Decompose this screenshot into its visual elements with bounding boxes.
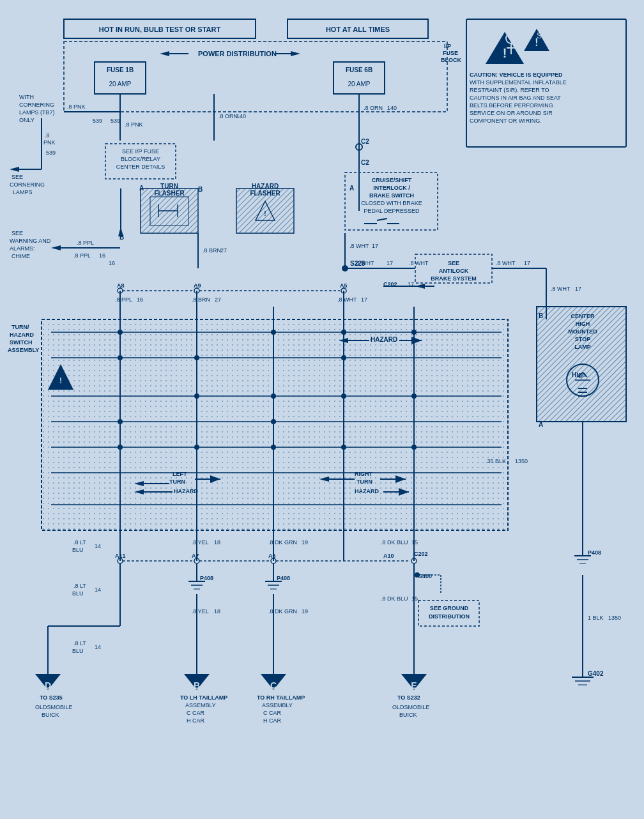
fuse-1b-amp: 20 AMP bbox=[109, 80, 131, 88]
svg-text:BLU: BLU bbox=[72, 547, 84, 553]
svg-text:539: 539 bbox=[93, 118, 102, 124]
svg-text:SIR: SIR bbox=[537, 31, 549, 40]
see-cornering: SEE bbox=[12, 174, 23, 180]
svg-text:.8 BRN: .8 BRN bbox=[203, 247, 221, 254]
svg-text:BRAKE SWITCH: BRAKE SWITCH bbox=[369, 192, 414, 199]
to-s232: TO S232 bbox=[397, 694, 420, 701]
cornering-note: WITH bbox=[19, 94, 34, 100]
svg-text:OLDSMOBILE: OLDSMOBILE bbox=[392, 704, 430, 710]
svg-text:27: 27 bbox=[215, 296, 221, 303]
s400-label: S400 bbox=[418, 573, 432, 579]
p408-b-label: P408 bbox=[277, 575, 290, 581]
svg-text:17: 17 bbox=[372, 243, 378, 249]
svg-text:.8: .8 bbox=[45, 132, 50, 139]
svg-text:.8 LT: .8 LT bbox=[73, 583, 86, 589]
svg-text:ANTILOCK: ANTILOCK bbox=[439, 268, 469, 274]
right-turn-label: RIGHT bbox=[355, 471, 373, 477]
svg-text:BLU: BLU bbox=[72, 648, 84, 654]
svg-text:INTERLOCK /: INTERLOCK / bbox=[373, 185, 410, 191]
svg-text:14: 14 bbox=[95, 644, 101, 650]
svg-text:LAMPS: LAMPS bbox=[13, 189, 33, 195]
svg-text:C CAR: C CAR bbox=[187, 710, 205, 716]
svg-text:C2: C2 bbox=[361, 159, 369, 166]
svg-text:1350: 1350 bbox=[608, 615, 621, 621]
svg-text:.8 WHT: .8 WHT bbox=[409, 260, 429, 266]
svg-text:BUICK: BUICK bbox=[399, 712, 417, 718]
svg-text:.8 ORN: .8 ORN bbox=[218, 113, 238, 119]
caution-line4: CAUTIONS IN AIR BAG AND SEAT bbox=[470, 95, 561, 101]
svg-text:A: A bbox=[139, 185, 144, 192]
a6-label: A6 bbox=[268, 553, 276, 559]
header-left: HOT IN RUN, BULB TEST OR START bbox=[99, 26, 221, 33]
caution-title: CAUTION: VEHICLE IS EQUIPPED bbox=[470, 72, 563, 78]
svg-text:ASSEMBLY: ASSEMBLY bbox=[8, 347, 39, 353]
c2-label: C2 bbox=[361, 138, 369, 145]
a-label-2: A bbox=[539, 421, 543, 428]
svg-text:.8 PNK: .8 PNK bbox=[67, 103, 86, 110]
svg-text:WARNING AND: WARNING AND bbox=[10, 238, 51, 244]
hazard-right-label: HAZARD bbox=[355, 488, 379, 494]
svg-text:539: 539 bbox=[111, 118, 120, 124]
svg-text:.8 YEL: .8 YEL bbox=[192, 539, 209, 546]
s228-junction bbox=[342, 265, 348, 272]
see-ground: SEE GROUND bbox=[430, 605, 469, 611]
svg-text:1350: 1350 bbox=[515, 458, 528, 464]
svg-text:17: 17 bbox=[575, 286, 581, 292]
svg-text:.8 PNK: .8 PNK bbox=[125, 121, 143, 128]
svg-text:16: 16 bbox=[109, 260, 115, 266]
svg-text:TURN: TURN bbox=[169, 478, 185, 485]
svg-text:27: 27 bbox=[220, 247, 227, 254]
svg-text:FLASHER: FLASHER bbox=[154, 190, 185, 197]
connector-e: E bbox=[411, 680, 417, 691]
svg-text:PNK: PNK bbox=[43, 139, 56, 146]
svg-text:ASSEMBLY: ASSEMBLY bbox=[262, 702, 293, 708]
svg-text:1 BLK: 1 BLK bbox=[588, 615, 604, 621]
turn-flasher: TURN bbox=[160, 183, 178, 190]
g402-label: G402 bbox=[588, 670, 604, 677]
svg-text:18: 18 bbox=[214, 539, 220, 546]
svg-text:.8 DK GRN: .8 DK GRN bbox=[268, 539, 297, 546]
svg-text:BLOCK: BLOCK bbox=[441, 57, 461, 63]
svg-text:LAMPS (TB7): LAMPS (TB7) bbox=[19, 109, 55, 116]
svg-text:17: 17 bbox=[524, 260, 530, 266]
header-right: HOT AT ALL TIMES bbox=[326, 26, 390, 33]
to-s235: TO S235 bbox=[40, 694, 63, 701]
svg-text:CLOSED WITH BRAKE: CLOSED WITH BRAKE bbox=[361, 200, 422, 206]
svg-text:140: 140 bbox=[236, 113, 246, 119]
fuse-6b-label: FUSE 6B bbox=[346, 66, 372, 73]
svg-text:.35 BLK: .35 BLK bbox=[486, 458, 506, 464]
a10-label: A10 bbox=[383, 553, 394, 559]
svg-text:H CAR: H CAR bbox=[187, 717, 205, 724]
svg-text:.8 PPL: .8 PPL bbox=[77, 240, 94, 246]
svg-text:.8 WHT: .8 WHT bbox=[349, 243, 369, 249]
svg-text:18: 18 bbox=[214, 608, 220, 615]
svg-text:.8 WHT: .8 WHT bbox=[551, 286, 571, 292]
svg-text:.8 LT: .8 LT bbox=[73, 640, 86, 647]
see-ip-fuse: SEE I/P FUSE bbox=[122, 148, 159, 155]
svg-text:140: 140 bbox=[387, 105, 397, 111]
turn-hazard-label: TURN/ bbox=[12, 324, 29, 330]
svg-text:17: 17 bbox=[361, 296, 367, 303]
svg-text:.8 DK GRN: .8 DK GRN bbox=[268, 608, 297, 615]
svg-text:CORNERING: CORNERING bbox=[10, 181, 45, 188]
connector-b: B bbox=[194, 680, 200, 691]
high-label: High bbox=[572, 371, 586, 378]
svg-text:LAMP: LAMP bbox=[574, 344, 591, 350]
svg-text:TURN: TURN bbox=[356, 478, 372, 485]
c202-b-label: C202 bbox=[414, 551, 428, 557]
svg-text:H CAR: H CAR bbox=[263, 717, 282, 724]
to-lh-taillamp: TO LH TAILLAMP bbox=[180, 694, 227, 701]
svg-rect-117 bbox=[42, 319, 508, 530]
svg-text:SWITCH: SWITCH bbox=[10, 339, 33, 346]
svg-text:!: ! bbox=[59, 376, 62, 385]
svg-text:17: 17 bbox=[387, 260, 393, 266]
svg-text:HIGH: HIGH bbox=[576, 321, 590, 327]
left-turn-label: LEFT bbox=[172, 471, 187, 477]
svg-text:BLU: BLU bbox=[72, 590, 84, 597]
svg-text:!: ! bbox=[264, 210, 266, 217]
svg-text:.8 PPL: .8 PPL bbox=[73, 252, 91, 259]
svg-text:.8 WHT: .8 WHT bbox=[496, 260, 516, 266]
see-warning: SEE bbox=[12, 230, 23, 236]
svg-text:15: 15 bbox=[411, 539, 418, 546]
svg-text:CHIME: CHIME bbox=[12, 253, 30, 259]
